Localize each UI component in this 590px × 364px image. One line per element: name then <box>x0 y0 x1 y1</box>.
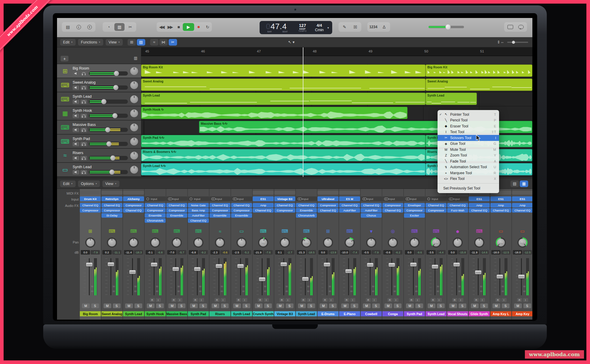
chat-icon[interactable] <box>516 23 526 31</box>
record-enable-button[interactable]: R <box>344 298 349 302</box>
display-mode-icon[interactable] <box>505 23 515 31</box>
pan-knob[interactable] <box>318 236 339 249</box>
catch-playhead-icon[interactable]: ✂ <box>169 39 177 46</box>
pan-knob[interactable] <box>130 124 138 131</box>
channel-strip[interactable]: Input Channel EQCompressor ⌨ -64 -3.5 -4… <box>426 189 447 320</box>
audio-fx-slot[interactable]: Compressor <box>166 208 187 213</box>
channel-name[interactable]: Sweet Analog <box>101 311 122 316</box>
channel-name[interactable]: Risers <box>209 311 230 316</box>
channel-strip[interactable]: Vintage B3 Channel EQCompressor ⌨ 0.1 -2… <box>274 189 295 320</box>
solo-button[interactable]: S <box>459 303 466 308</box>
channel-fader[interactable]: 50 60 <box>426 257 447 297</box>
audio-fx-slot[interactable]: Channel EQ <box>123 208 144 213</box>
solo-button[interactable]: S <box>372 303 380 308</box>
channel-strip[interactable]: Input Channel EQCompressorEnsemble ▭ -2.… <box>231 189 252 320</box>
channel-fader[interactable]: 50 60 <box>166 257 187 297</box>
channel-strip[interactable]: Alchemy CompressorChannel EQ ⌨ -11.4 -18… <box>123 189 144 320</box>
pan-knob[interactable] <box>130 166 138 174</box>
input-slot[interactable]: Alchemy <box>123 196 144 201</box>
audio-fx-slot[interactable]: Noise Gate <box>188 203 209 207</box>
channel-fader[interactable]: 50 60 <box>101 257 122 297</box>
solo-button[interactable]: S <box>221 303 229 308</box>
solo-button[interactable]: S <box>437 303 445 308</box>
volume-slider[interactable] <box>89 114 128 118</box>
channel-name[interactable]: Synth Pad <box>404 311 425 316</box>
mute-button[interactable]: M <box>104 303 111 308</box>
audio-fx-slot[interactable]: Channel EQ <box>231 203 252 207</box>
channel-strip[interactable]: ES1 AmpChannel EQ ⌨ +8 -21.9 -7.6 <box>253 189 274 320</box>
track-header[interactable]: ≈ Risers <box>57 149 141 163</box>
set-previous-tool-item[interactable]: Set Previously Set Tool <box>438 185 499 192</box>
zoom-slider[interactable] <box>507 42 528 43</box>
audio-fx-slot[interactable]: Channel EQ <box>253 208 274 213</box>
tool-menu-item[interactable]: M Mute Tool M <box>438 147 499 153</box>
fit-vertical-icon[interactable]: ⇕ <box>497 40 500 44</box>
pan-knob[interactable] <box>130 109 138 117</box>
channel-name[interactable]: Amp Key L <box>490 311 511 316</box>
tool-menu-item[interactable]: I Text Tool ⇧T <box>438 129 499 135</box>
audio-fx-slot[interactable]: Ensemble <box>166 213 187 218</box>
solo-button[interactable] <box>80 85 87 90</box>
solo-button[interactable]: S <box>286 303 293 308</box>
channel-fader[interactable]: 50 60 <box>80 257 101 297</box>
playhead[interactable] <box>303 47 303 177</box>
solo-button[interactable]: S <box>351 303 358 308</box>
audio-fx-slot[interactable]: Channel EQ <box>188 218 209 223</box>
input-monitor-button[interactable]: I <box>156 298 161 302</box>
pan-knob[interactable] <box>231 236 252 249</box>
audio-fx-slot[interactable]: Exciter <box>404 213 425 218</box>
rewind-button[interactable]: ◀◀ <box>158 23 165 31</box>
input-monitor-button[interactable]: I <box>350 298 355 302</box>
pan-knob[interactable] <box>469 236 490 249</box>
fader-thumb[interactable] <box>129 270 136 274</box>
fader-thumb[interactable] <box>497 275 503 279</box>
fader-thumb[interactable] <box>151 263 157 267</box>
solo-button[interactable]: S <box>134 303 142 308</box>
channel-strip[interactable]: Input Channel EQFuzz-Wah ☻ 0.0 -15.8 <box>447 189 468 320</box>
mute-button[interactable]: M <box>471 303 479 308</box>
audio-fx-slot[interactable]: Ensemble <box>209 213 230 218</box>
pan-knob[interactable] <box>130 67 138 75</box>
audio-fx-slot[interactable]: Compressor <box>274 208 295 213</box>
mute-button[interactable]: M <box>168 303 176 308</box>
input-slot[interactable]: Input <box>361 196 382 201</box>
automation-icon[interactable]: ≈ <box>150 39 158 46</box>
input-monitor-button[interactable]: I <box>199 298 204 302</box>
audio-fx-slot[interactable]: Channel EQ <box>166 203 187 207</box>
pan-knob[interactable] <box>382 236 403 249</box>
mute-button[interactable]: M <box>428 303 435 308</box>
record-enable-button[interactable]: R <box>215 298 220 302</box>
solo-button[interactable] <box>80 128 87 132</box>
stop-button[interactable]: ■ <box>174 23 182 31</box>
input-monitor-button[interactable]: I <box>285 298 290 302</box>
audio-fx-slot[interactable]: Channel EQ <box>361 203 382 207</box>
audio-fx-slot[interactable]: Fuzz-Wah <box>447 208 468 213</box>
volume-slider[interactable] <box>89 156 128 160</box>
channel-name[interactable]: Vocal Shouts <box>447 311 468 316</box>
region[interactable]: Synth Lead ↻↻ <box>141 163 426 175</box>
channel-fader[interactable]: 50 60 <box>339 257 360 297</box>
solo-button[interactable] <box>80 170 87 175</box>
fader-thumb[interactable] <box>389 263 395 267</box>
channel-strip[interactable]: Input Channel EQCompressorEnsembleChroma… <box>145 189 166 320</box>
tool-menu-item[interactable]: ✂ Scissors Tool I <box>438 135 499 141</box>
channel-fader[interactable]: 50 60 <box>231 257 252 297</box>
tool-menu-item[interactable]: ╲ Pencil Tool P <box>438 118 499 124</box>
volume-slider[interactable] <box>89 100 128 104</box>
channel-fader[interactable]: 50 60 <box>188 257 209 297</box>
midi-fx-slot[interactable] <box>123 191 144 195</box>
pan-knob[interactable] <box>145 236 166 249</box>
audio-fx-slot[interactable]: Compressor <box>123 203 144 207</box>
record-button[interactable]: ● <box>195 23 203 31</box>
fader-thumb[interactable] <box>367 263 373 267</box>
solo-button[interactable]: S <box>415 303 423 308</box>
menu-button[interactable]: Edit▾ <box>60 181 76 187</box>
audio-fx-slot[interactable]: Channel EQ <box>447 203 468 207</box>
menu-button[interactable]: View▾ <box>102 181 119 187</box>
region[interactable]: Big Room Kit <box>141 64 426 77</box>
audio-fx-slot[interactable]: Channel EQ <box>274 203 295 207</box>
pencil-icon[interactable]: ✎ <box>339 23 350 31</box>
input-slot[interactable]: ES1 <box>512 196 532 201</box>
input-slot[interactable]: Input <box>426 196 447 201</box>
channel-name[interactable]: Synth Pad <box>188 311 209 316</box>
